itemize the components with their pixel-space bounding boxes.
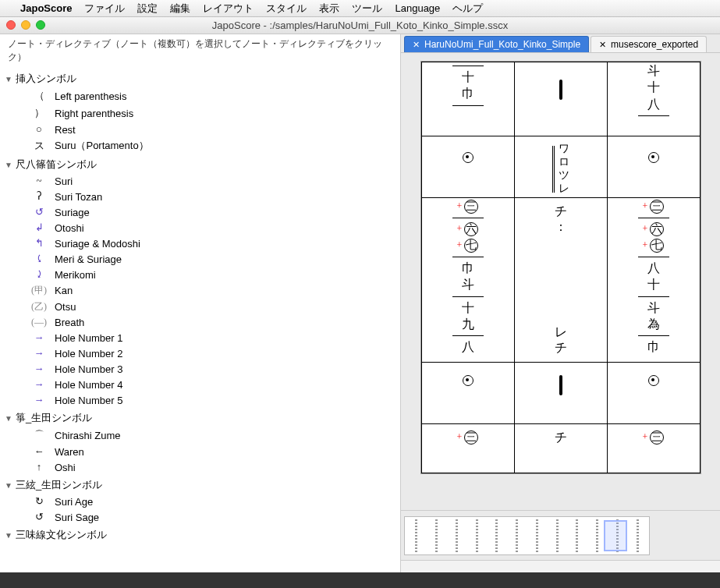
close-icon[interactable] bbox=[6, 20, 16, 30]
menu-layout[interactable]: レイアウト bbox=[203, 2, 254, 16]
tree-item[interactable]: スSuru（Portamento） bbox=[5, 137, 395, 154]
plus-mark: + bbox=[457, 240, 463, 251]
tree-item-label: Suri Tozan bbox=[55, 191, 102, 203]
tree-item-label: Suru（Portamento） bbox=[55, 139, 149, 153]
double-bar-icon bbox=[552, 146, 555, 193]
note: 八 bbox=[647, 261, 660, 275]
tree-group-header[interactable]: ▼箏_生田シンボル bbox=[5, 409, 395, 427]
tree-group-header[interactable]: ▼三味線文化シンボル bbox=[5, 526, 395, 544]
tree-item[interactable]: (乙)Otsu bbox=[5, 299, 395, 315]
tree-item[interactable]: →Hole Number 2 bbox=[5, 345, 395, 361]
symbol-glyph-icon: ↺ bbox=[31, 511, 47, 523]
menu-style[interactable]: スタイル bbox=[266, 2, 307, 16]
tree-item-label: Otoshi bbox=[55, 222, 84, 234]
horizontal-scrollbar[interactable] bbox=[401, 560, 720, 572]
disclosure-triangle-icon[interactable]: ▼ bbox=[5, 75, 12, 83]
traffic-lights bbox=[6, 20, 45, 30]
tree-item[interactable]: (—)Breath bbox=[5, 315, 395, 330]
tree-item[interactable]: →Hole Number 3 bbox=[5, 361, 395, 377]
disclosure-triangle-icon[interactable]: ▼ bbox=[5, 531, 12, 540]
note: 十 bbox=[462, 70, 474, 84]
symbol-glyph-icon: ~ bbox=[31, 175, 47, 187]
note: 十 bbox=[462, 301, 474, 315]
symbol-glyph-icon: ス bbox=[31, 139, 47, 153]
close-tab-icon[interactable]: ✕ bbox=[599, 40, 606, 50]
tree-item[interactable]: ⌒Chirashi Zume bbox=[5, 427, 395, 444]
note: 斗 bbox=[647, 301, 660, 315]
symbol-glyph-icon: （ bbox=[31, 89, 47, 103]
group-label: 三味線文化シンボル bbox=[16, 528, 107, 542]
disclosure-triangle-icon[interactable]: ▼ bbox=[5, 161, 12, 169]
tree-item[interactable]: ↲Otoshi bbox=[5, 220, 395, 236]
tree-item-label: Right parenthesis bbox=[55, 108, 133, 119]
symbol-glyph-icon: → bbox=[31, 394, 47, 406]
tree-item[interactable]: ↺Suri Sage bbox=[5, 509, 395, 525]
tree-group-header[interactable]: ▼尺八篠笛シンボル bbox=[5, 156, 395, 173]
disclosure-triangle-icon[interactable]: ▼ bbox=[5, 414, 12, 423]
circled-note: 三 bbox=[464, 430, 478, 445]
minimize-icon[interactable] bbox=[21, 20, 30, 30]
menu-tools[interactable]: ツール bbox=[352, 2, 382, 16]
tree-item[interactable]: ʔSuri Tozan bbox=[5, 189, 395, 204]
note: 斗 bbox=[462, 278, 474, 292]
circled-note: 三 bbox=[464, 200, 478, 214]
app-name[interactable]: JapoScore bbox=[20, 2, 72, 14]
symbol-tree[interactable]: ▼挿入シンボル（Left parenthesis）Right parenthes… bbox=[0, 67, 400, 572]
tree-item[interactable]: ⤸Merikomi bbox=[5, 267, 395, 282]
score-page[interactable]: 十 巾 斗 十 八 bbox=[420, 61, 701, 474]
close-tab-icon[interactable]: ✕ bbox=[413, 40, 420, 50]
menu-language[interactable]: Language bbox=[395, 2, 440, 14]
tab-label: HaruNoUmi_Full_Koto_Kinko_Simple bbox=[424, 39, 580, 50]
note: ツ bbox=[559, 169, 569, 182]
symbol-glyph-icon: ○ bbox=[31, 123, 47, 136]
maximize-icon[interactable] bbox=[36, 20, 45, 30]
tree-item-label: Meri & Suriage bbox=[55, 253, 122, 265]
note: 巾 bbox=[647, 340, 660, 354]
group-label: 箏_生田シンボル bbox=[16, 411, 92, 425]
tree-item[interactable]: →Hole Number 5 bbox=[5, 392, 395, 408]
tree-item[interactable]: ↻Suri Age bbox=[5, 494, 395, 509]
tab-haru[interactable]: ✕ HaruNoUmi_Full_Koto_Kinko_Simple bbox=[404, 36, 589, 52]
thumbnail-strip[interactable] bbox=[401, 510, 720, 560]
tree-item[interactable]: →Hole Number 1 bbox=[5, 330, 395, 345]
symbol-glyph-icon: ⌒ bbox=[31, 428, 47, 442]
tree-group-header[interactable]: ▼三絃_生田シンボル bbox=[5, 476, 395, 494]
plus-mark: + bbox=[457, 201, 463, 212]
mac-menubar: JapoScore ファイル 設定 編集 レイアウト スタイル 表示 ツール L… bbox=[0, 0, 720, 17]
tree-item-label: Waren bbox=[55, 446, 84, 458]
symbol-glyph-icon: ⤹ bbox=[31, 253, 47, 265]
tab-musescore[interactable]: ✕ musescore_exported bbox=[591, 36, 707, 52]
score-viewport[interactable]: 十 巾 斗 十 八 bbox=[401, 53, 720, 510]
note: 九 bbox=[462, 317, 474, 331]
tree-item[interactable]: →Hole Number 4 bbox=[5, 377, 395, 392]
tree-group-header[interactable]: ▼挿入シンボル bbox=[5, 70, 395, 87]
tree-item[interactable]: ↺Suriage bbox=[5, 204, 395, 220]
tree-item[interactable]: ⤹Meri & Suriage bbox=[5, 251, 395, 267]
tree-item[interactable]: (甲)Kan bbox=[5, 282, 395, 299]
tree-item[interactable]: （Left parenthesis bbox=[5, 87, 395, 104]
plus-mark: + bbox=[643, 240, 648, 251]
dot-symbol bbox=[648, 375, 659, 386]
tree-item[interactable]: ↰Suriage & Modoshi bbox=[5, 236, 395, 251]
score-panel: ✕ HaruNoUmi_Full_Koto_Kinko_Simple ✕ mus… bbox=[401, 34, 720, 572]
tree-item[interactable]: ←Waren bbox=[5, 444, 395, 459]
circled-note: 三 bbox=[650, 200, 664, 214]
menu-file[interactable]: ファイル bbox=[84, 2, 125, 16]
menu-settings[interactable]: 設定 bbox=[137, 2, 158, 16]
tree-item[interactable]: ）Right parenthesis bbox=[5, 104, 395, 122]
circled-note: 七 bbox=[650, 239, 664, 253]
menu-view[interactable]: 表示 bbox=[319, 2, 339, 16]
app-window: JapoScore - :/samples/HaruNoUmi_Full_Kot… bbox=[0, 17, 720, 588]
tree-item-label: Suri Sage bbox=[55, 512, 99, 523]
tree-item[interactable]: ○Rest bbox=[5, 122, 395, 137]
menu-edit[interactable]: 編集 bbox=[170, 2, 190, 16]
viewport-indicator[interactable] bbox=[604, 520, 627, 551]
menu-help[interactable]: ヘルプ bbox=[452, 2, 483, 16]
tree-item[interactable]: ↑Oshi bbox=[5, 459, 395, 475]
symbol-glyph-icon: (甲) bbox=[31, 284, 47, 297]
tree-item-label: Hole Number 3 bbox=[55, 363, 122, 375]
thumbnail-page[interactable] bbox=[404, 516, 650, 555]
disclosure-triangle-icon[interactable]: ▼ bbox=[5, 481, 12, 490]
tree-item[interactable]: ~Suri bbox=[5, 173, 395, 189]
symbol-glyph-icon: → bbox=[31, 363, 47, 375]
